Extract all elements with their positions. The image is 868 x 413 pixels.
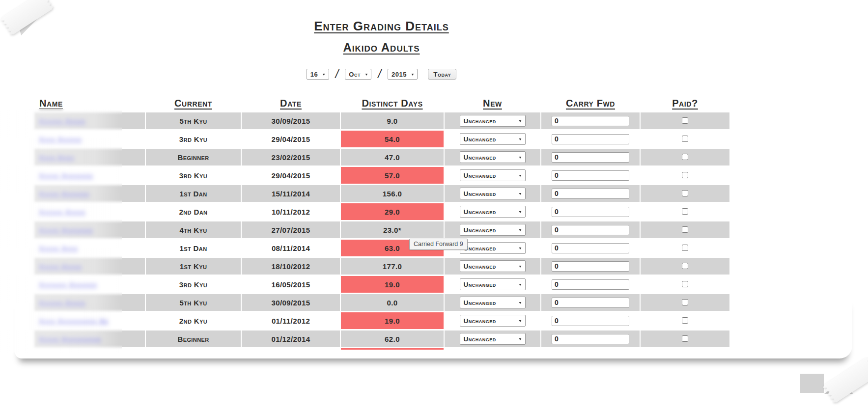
table-row: Xxxxxx Xxxxx 2nd Dan 10/11/2012 29.0 Unc… <box>34 203 729 220</box>
column-header-date[interactable]: Date <box>242 97 340 111</box>
month-select[interactable]: Oct ▼ <box>345 69 371 80</box>
column-header-carry-fwd[interactable]: Carry Fwd <box>541 97 640 111</box>
chevron-down-icon: ▼ <box>518 137 522 141</box>
new-grade-select[interactable]: Unchanged ▼ <box>460 115 526 127</box>
chevron-down-icon: ▼ <box>518 264 522 268</box>
current-grade-cell: 1st Dan <box>146 185 241 202</box>
member-name-link[interactable]: Xxxxx Xxxxxxxx <box>39 171 93 180</box>
carry-fwd-cell <box>541 276 640 293</box>
member-name-link[interactable]: Xxxxxx Xxxxx <box>39 208 85 216</box>
new-grade-select-value: Unchanged <box>464 245 496 252</box>
table-row: Xxxxxx Xxxxx 5th Kyu 30/09/2015 9.0 Unch… <box>34 112 729 129</box>
member-name-link[interactable]: Xxxxx Xxxxx <box>39 262 82 271</box>
member-name-link[interactable]: Xxxxxxx Xxxxxxx <box>39 280 97 289</box>
chevron-down-icon: ▼ <box>518 301 522 304</box>
table-row: Xxxxxxx Xxxxxxx 3rd Kyu 16/05/2015 19.0 … <box>34 276 729 293</box>
paid-checkbox[interactable] <box>682 281 688 287</box>
paid-checkbox[interactable] <box>682 335 688 342</box>
member-name-link[interactable]: Xxxxx Xxxxxxxx <box>39 226 93 234</box>
paid-checkbox[interactable] <box>682 208 688 215</box>
carry-fwd-input[interactable] <box>552 225 629 235</box>
member-name-link[interactable]: Xxxxx Xxxxxxx <box>39 190 89 198</box>
column-header-new[interactable]: New <box>445 97 540 111</box>
distinct-days-cell: 57.0 <box>341 167 444 184</box>
paid-checkbox[interactable] <box>682 226 688 233</box>
chevron-down-icon: ▼ <box>518 210 522 214</box>
carry-fwd-input[interactable] <box>552 261 629 272</box>
member-name-link[interactable]: Xxxx Xxxx <box>39 153 74 162</box>
carry-fwd-input[interactable] <box>552 279 629 290</box>
column-header-name[interactable]: Name <box>34 97 145 111</box>
member-name-link[interactable]: Xxxxx Xxxxxxxxxx <box>39 335 101 343</box>
day-select[interactable]: 16 ▼ <box>307 69 329 80</box>
new-grade-select-value: Unchanged <box>464 190 496 197</box>
member-name-link[interactable]: Xxxxx Xxxx <box>39 244 78 252</box>
carry-fwd-cell <box>541 330 640 347</box>
carry-fwd-input[interactable] <box>552 334 629 344</box>
new-grade-select[interactable]: Unchanged ▼ <box>460 206 526 218</box>
year-select[interactable]: 2015 ▼ <box>388 69 418 80</box>
paid-checkbox[interactable] <box>682 136 688 142</box>
member-name-link[interactable]: Xxxxxx Xxxxx <box>39 117 85 125</box>
distinct-days-cell: 177.0 <box>341 258 444 275</box>
new-grade-select[interactable]: Unchanged ▼ <box>460 242 526 254</box>
new-grade-select[interactable]: Unchanged ▼ <box>460 169 526 181</box>
paid-checkbox[interactable] <box>682 245 688 251</box>
today-button[interactable]: Today <box>428 69 456 80</box>
paid-checkbox[interactable] <box>682 190 688 196</box>
new-grade-select[interactable]: Unchanged ▼ <box>460 133 526 145</box>
current-grade-cell: 2nd Kyu <box>146 312 241 329</box>
new-grade-select[interactable]: Unchanged ▼ <box>460 315 526 327</box>
column-header-current[interactable]: Current <box>146 97 241 111</box>
grading-date-cell: 23/02/2015 <box>242 149 340 165</box>
carry-fwd-cell <box>541 149 640 165</box>
column-header-distinct-days[interactable]: Distinct Days <box>341 97 444 111</box>
carry-fwd-cell <box>541 112 640 129</box>
new-grade-select[interactable]: Unchanged ▼ <box>460 224 526 236</box>
column-header-paid[interactable]: Paid? <box>641 97 729 111</box>
paid-checkbox[interactable] <box>682 317 688 324</box>
member-name-link[interactable]: Xxxxxx Xxxxx <box>39 299 85 307</box>
paid-checkbox[interactable] <box>682 299 688 305</box>
new-grade-select[interactable]: Unchanged ▼ <box>460 260 526 272</box>
new-grade-select[interactable]: Unchanged ▼ <box>460 188 526 199</box>
new-grade-select[interactable]: Unchanged ▼ <box>460 333 526 345</box>
table-row: Xxxxx Xxxxxxxxxx Beginner 01/12/2014 62.… <box>34 330 729 347</box>
member-name-link[interactable]: Xxxx Xxxxxxxxxx Xx <box>39 317 108 325</box>
paid-checkbox[interactable] <box>682 154 688 160</box>
carry-fwd-input[interactable] <box>552 298 629 308</box>
carry-fwd-input[interactable] <box>552 316 629 326</box>
carry-fwd-cell <box>541 240 640 256</box>
carry-fwd-input[interactable] <box>552 243 629 253</box>
new-grade-select[interactable]: Unchanged ▼ <box>460 151 526 163</box>
distinct-days-cell: 47.0 <box>341 149 444 165</box>
new-grade-select-value: Unchanged <box>464 281 496 288</box>
paid-checkbox[interactable] <box>682 117 688 124</box>
grading-date-cell: 15/11/2014 <box>242 185 340 202</box>
new-grade-cell: Unchanged ▼ <box>445 330 540 347</box>
carry-fwd-input[interactable] <box>552 116 629 126</box>
chevron-down-icon: ▼ <box>364 72 368 76</box>
new-grade-select[interactable]: Unchanged ▼ <box>460 297 526 308</box>
current-grade-cell: Beginner <box>146 149 241 165</box>
member-name-cell: Xxxxx Xxxx <box>34 240 145 256</box>
carry-fwd-input[interactable] <box>552 134 629 144</box>
new-grade-select-value: Unchanged <box>464 172 496 179</box>
chevron-down-icon: ▼ <box>518 192 522 195</box>
grading-date-cell: 10/11/2012 <box>242 203 340 220</box>
carry-fwd-input[interactable] <box>552 207 629 217</box>
paid-checkbox[interactable] <box>682 172 688 178</box>
current-grade-cell: Beginner <box>146 330 241 347</box>
distinct-days-cell: 156.0 <box>341 185 444 202</box>
chevron-down-icon: ▼ <box>518 119 522 123</box>
member-name-link[interactable]: Xxxx Xxxxxx <box>39 135 82 143</box>
main-content: Enter Grading Details Aikido Adults 16 ▼… <box>33 0 729 349</box>
new-grade-select[interactable]: Unchanged ▼ <box>460 278 526 290</box>
carry-fwd-input[interactable] <box>552 152 629 163</box>
new-grade-select-value: Unchanged <box>464 117 496 125</box>
new-grade-select-value: Unchanged <box>464 335 496 343</box>
carry-fwd-input[interactable] <box>552 189 629 199</box>
paid-checkbox[interactable] <box>682 263 688 269</box>
carry-fwd-input[interactable] <box>552 170 629 181</box>
table-row: Xxxx Xxxx Beginner 23/02/2015 47.0 Uncha… <box>34 149 729 165</box>
